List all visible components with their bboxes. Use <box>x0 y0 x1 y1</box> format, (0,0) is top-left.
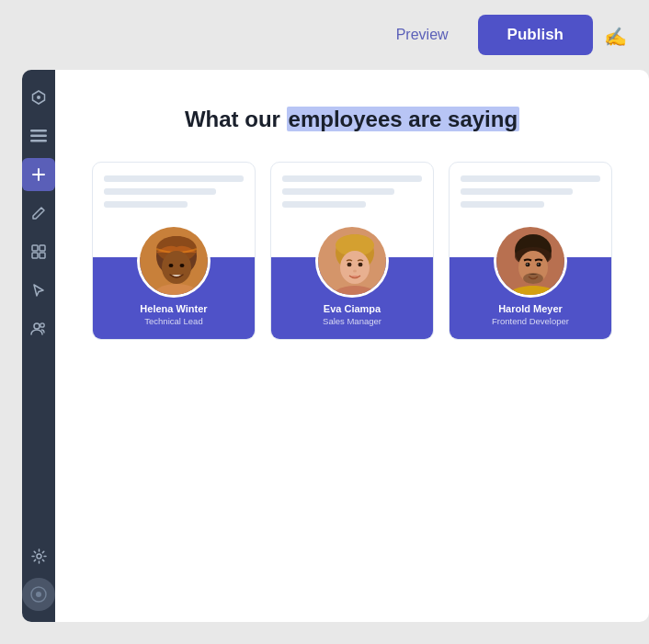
card-line <box>282 188 394 195</box>
svg-rect-6 <box>32 253 38 258</box>
card-top-eva <box>271 163 433 217</box>
sidebar-item-add[interactable] <box>22 158 55 191</box>
sidebar-item-layers[interactable] <box>22 119 55 153</box>
main-area: What our employees are saying <box>0 70 649 644</box>
card-role-helena: Technical Lead <box>144 316 202 326</box>
svg-rect-2 <box>30 135 47 138</box>
card-line <box>282 175 422 182</box>
cards-row: Helena Winter Technical Lead <box>92 162 612 340</box>
svg-rect-1 <box>30 130 47 132</box>
card-line <box>461 188 573 195</box>
card-avatar-section-eva <box>271 224 433 298</box>
sidebar-item-cursor[interactable] <box>22 274 55 307</box>
sidebar-bottom-icon[interactable] <box>22 578 55 611</box>
top-bar: Preview Publish ✍ <box>0 0 649 70</box>
avatar-harold <box>494 224 567 298</box>
section-title: What our employees are saying <box>185 107 519 132</box>
svg-point-9 <box>40 323 44 327</box>
svg-point-8 <box>34 323 40 329</box>
svg-point-0 <box>37 96 40 99</box>
svg-point-26 <box>353 270 357 273</box>
card-top-harold <box>450 163 611 217</box>
sidebar-item-logo[interactable] <box>22 81 55 114</box>
card-role-eva: Sales Manager <box>323 316 381 326</box>
card-name-eva: Eva Ciampa <box>324 303 381 314</box>
sidebar-item-edit[interactable] <box>22 197 55 230</box>
svg-point-35 <box>527 264 529 266</box>
employee-card-harold: Harold Meyer Frontend Developer <box>449 162 612 340</box>
preview-button[interactable]: Preview <box>378 17 467 52</box>
svg-point-36 <box>538 264 540 266</box>
svg-point-12 <box>36 592 41 597</box>
svg-point-18 <box>180 264 185 267</box>
svg-point-17 <box>169 264 174 267</box>
svg-rect-4 <box>32 245 38 251</box>
sidebar-item-settings[interactable] <box>22 539 55 572</box>
section-title-prefix: What our <box>185 107 287 131</box>
svg-point-16 <box>162 251 191 284</box>
section-title-highlight: employees are saying <box>287 107 519 131</box>
card-name-helena: Helena Winter <box>140 303 207 314</box>
card-line <box>461 175 600 182</box>
sidebar-item-media[interactable] <box>22 235 55 268</box>
card-line <box>461 201 544 208</box>
publish-button[interactable]: Publish <box>478 15 593 55</box>
employee-card-helena: Helena Winter Technical Lead <box>92 162 256 340</box>
svg-rect-7 <box>40 253 45 258</box>
employee-card-eva: Eva Ciampa Sales Manager <box>270 162 434 340</box>
card-name-harold: Harold Meyer <box>498 303 563 314</box>
card-avatar-section-harold <box>450 224 611 298</box>
svg-point-23 <box>340 251 370 284</box>
card-line <box>104 201 188 208</box>
card-line <box>104 175 244 182</box>
sidebar-item-users[interactable] <box>22 312 55 345</box>
card-line <box>104 188 216 195</box>
cursor-icon: ✍ <box>604 26 627 48</box>
svg-rect-3 <box>30 140 47 142</box>
canvas: What our employees are saying <box>55 70 649 622</box>
card-role-harold: Frontend Developer <box>492 316 569 326</box>
card-avatar-section-helena <box>93 224 255 298</box>
svg-rect-5 <box>40 245 45 251</box>
card-top-helena <box>93 163 255 217</box>
svg-point-10 <box>37 554 41 559</box>
avatar-eva <box>315 224 389 298</box>
card-line <box>282 201 366 208</box>
sidebar <box>22 70 55 622</box>
svg-point-24 <box>347 263 352 266</box>
svg-point-25 <box>359 263 363 266</box>
avatar-helena <box>137 224 211 298</box>
